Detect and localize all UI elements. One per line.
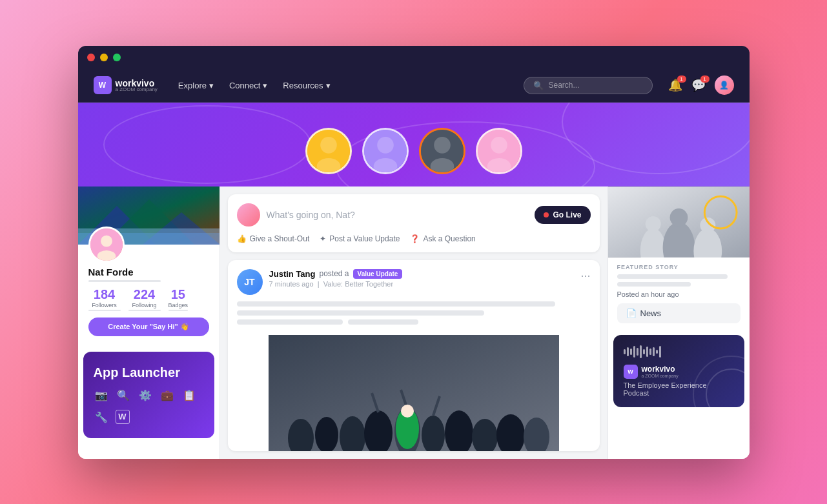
wave-bar-7 [643,349,645,354]
svg-point-13 [491,137,507,154]
app-icon-tools[interactable]: 🔧 [94,410,109,425]
badges-count: 15 [168,287,189,302]
notification-button[interactable]: 🔔 1 [668,78,682,92]
nav-icons: 🔔 1 💬 1 👤 [668,76,734,95]
wave-bar-6 [640,345,642,358]
feed-more-button[interactable]: ··· [580,269,590,283]
search-icon: 🔍 [533,81,544,90]
user-avatar-nav[interactable]: 👤 [715,76,734,95]
post-placeholder[interactable]: What's going on, Nat? [267,210,529,220]
followers-stat[interactable]: 184 Followers [88,287,121,311]
svg-point-7 [377,137,394,154]
svg-point-44 [669,208,688,227]
value-update-badge: Value Update [353,269,403,279]
left-panel: Nat Forde 184 Followers 224 Following [78,186,220,459]
app-icon-search[interactable]: 🔍 [116,388,131,403]
main-grid: Nat Forde 184 Followers 224 Following [78,186,750,459]
center-panel: What's going on, Nat? Go Live 👍 Give a S… [220,186,607,459]
podcast-circle-2 [693,356,744,407]
app-icon-workvivo[interactable]: W [116,410,130,424]
post-input-card: What's going on, Nat? Go Live 👍 Give a S… [228,194,600,252]
app-icons-grid: 📷 🔍 ⚙️ 💼 📋 🔧 W [94,388,204,425]
wave-bar-11 [656,350,658,354]
profile-name: Nat Forde [88,267,209,277]
feed-meta: Justin Tang posted a Value Update 7 minu… [269,269,581,288]
shout-out-action[interactable]: 👍 Give a Shout-Out [237,234,310,243]
search-input[interactable] [549,81,643,90]
nav-resources[interactable]: Resources ▾ [283,81,330,90]
feed-image [228,335,600,451]
content-skeleton-4 [348,319,419,325]
badges-line [168,310,188,311]
post-input-row: What's going on, Nat? Go Live [237,203,591,227]
ask-question-action[interactable]: ❓ Ask a Question [410,234,475,243]
followers-line [88,310,121,311]
title-bar [78,46,750,69]
app-icon-camera[interactable]: 📷 [94,388,109,403]
svg-point-2 [562,103,750,174]
post-actions: 👍 Give a Shout-Out ✦ Post a Value Update… [237,234,591,243]
wave-bar-4 [633,346,635,358]
thumbs-up-icon: 👍 [237,234,247,243]
podcast-card[interactable]: W workvivo a ZOOM company The Employee E… [613,335,744,407]
maximize-dot[interactable] [113,54,121,61]
close-dot[interactable] [87,54,95,61]
nav-connect[interactable]: Connect ▾ [229,81,267,90]
svg-point-23 [97,250,116,261]
story-skeleton-2 [617,282,691,287]
story-skeleton-1 [617,274,728,279]
svg-point-10 [434,137,451,154]
app-icon-clipboard[interactable]: 📋 [181,388,197,403]
messages-button[interactable]: 💬 1 [691,78,706,92]
followers-label: Followers [88,302,121,308]
app-icon-briefcase[interactable]: 💼 [159,388,175,403]
search-bar[interactable]: 🔍 [524,77,653,94]
podcast-logo-sub: a ZOOM company [642,374,679,378]
message-badge: 1 [700,76,710,83]
podcast-logo-wordmark: workvivo [642,365,679,374]
chevron-down-icon: ▾ [326,81,331,90]
profile-info: Nat Forde 184 Followers 224 Following [78,227,220,344]
profile-stats: 184 Followers 224 Following 15 [88,287,209,311]
go-live-button[interactable]: Go Live [535,206,590,224]
app-icon-settings[interactable]: ⚙️ [138,388,153,403]
feed-author-name[interactable]: Justin Tang [269,269,316,279]
value-update-action[interactable]: ✦ Post a Value Update [320,234,400,243]
notification-badge: 1 [677,76,686,83]
browser-window: W workvivo a ZOOM company Explore ▾ Conn… [78,46,750,459]
feed-author-row: Justin Tang posted a Value Update [269,269,581,279]
content-skeleton-3 [237,319,343,325]
svg-point-39 [401,405,414,418]
navbar: W workvivo a ZOOM company Explore ▾ Conn… [78,69,750,103]
svg-point-4 [320,137,337,154]
profile-avatar [88,227,125,263]
podcast-logo-text-block: workvivo a ZOOM company [642,365,679,378]
story-avatar-4[interactable] [476,128,522,174]
question-icon: ❓ [410,234,420,243]
following-stat[interactable]: 224 Following [128,287,161,311]
story-avatar-2[interactable] [362,128,409,174]
wave-bar-9 [649,348,651,355]
sparkle-icon: ✦ [320,234,326,243]
profile-card: Nat Forde 184 Followers 224 Following [78,186,220,344]
story-avatars [305,128,522,174]
content-area: Nat Forde 184 Followers 224 Following [78,103,750,459]
minimize-dot[interactable] [100,54,108,61]
news-button[interactable]: 📄 News [617,303,740,323]
logo[interactable]: W workvivo a ZOOM company [94,76,158,94]
svg-point-46 [700,217,715,233]
badges-stat[interactable]: 15 Badges [168,287,189,311]
create-say-hi-button[interactable]: Create Your "Say Hi" 👋 [88,318,209,336]
following-line [128,310,161,311]
hero-banner [78,103,750,186]
featured-story-label: FEATURED STORY [617,264,740,270]
wave-bar-12 [659,346,661,358]
story-avatar-3[interactable] [419,128,465,174]
nav-explore[interactable]: Explore ▾ [178,81,214,90]
logo-subtitle: a ZOOM company [116,86,158,92]
chevron-down-icon: ▾ [263,81,267,90]
following-count: 224 [128,287,161,302]
content-skeleton-2 [237,310,485,316]
live-indicator-dot [544,212,549,217]
story-avatar-1[interactable] [305,128,352,174]
